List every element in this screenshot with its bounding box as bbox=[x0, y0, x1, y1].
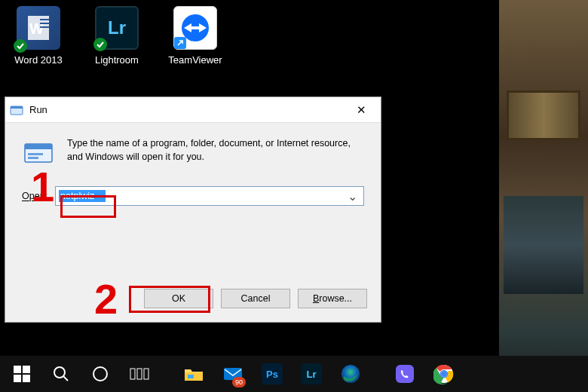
svg-rect-4 bbox=[40, 26, 49, 28]
run-title: Run bbox=[29, 104, 346, 115]
viber-icon bbox=[394, 363, 415, 384]
taskbar-chrome[interactable] bbox=[425, 356, 463, 392]
sync-check-icon bbox=[93, 38, 107, 51]
close-button[interactable]: ✕ bbox=[346, 100, 376, 120]
folder-icon bbox=[183, 365, 204, 383]
run-description: Type the name of a program, folder, docu… bbox=[67, 136, 364, 170]
svg-rect-6 bbox=[191, 26, 200, 29]
shortcut-arrow-icon bbox=[174, 37, 186, 49]
run-titlebar[interactable]: Run ✕ bbox=[5, 97, 381, 123]
desktop-icon-teamviewer[interactable]: TeamViewer bbox=[161, 6, 229, 66]
svg-rect-8 bbox=[11, 106, 23, 109]
taskbar-edge[interactable] bbox=[332, 356, 369, 392]
svg-rect-3 bbox=[40, 23, 49, 24]
lightroom-icon: Lr bbox=[95, 6, 139, 50]
taskbar-mail[interactable]: 90 bbox=[214, 356, 252, 392]
taskbar-file-explorer[interactable] bbox=[175, 356, 213, 392]
search-icon bbox=[52, 365, 70, 383]
svg-rect-2 bbox=[40, 19, 49, 20]
mail-badge: 90 bbox=[232, 377, 246, 387]
svg-rect-22 bbox=[144, 369, 149, 379]
desktop-icons-area: W Word 2013 Lr Lightroom TeamViewer bbox=[5, 6, 229, 66]
desktop-wallpaper-strip bbox=[498, 0, 588, 392]
desktop-icon-word[interactable]: W Word 2013 bbox=[5, 6, 72, 66]
svg-rect-14 bbox=[23, 366, 30, 373]
annotation-box-input bbox=[60, 195, 116, 218]
browse-button[interactable]: Browse... bbox=[298, 289, 367, 308]
annotation-step-2: 2 bbox=[94, 274, 118, 323]
sync-check-icon bbox=[14, 39, 27, 53]
run-title-icon bbox=[10, 103, 23, 117]
svg-rect-15 bbox=[14, 375, 21, 382]
svg-rect-16 bbox=[23, 375, 30, 382]
svg-rect-13 bbox=[14, 366, 21, 373]
taskbar-photoshop[interactable]: Ps bbox=[253, 356, 291, 392]
svg-point-17 bbox=[54, 367, 65, 378]
cortana-button[interactable] bbox=[81, 356, 119, 392]
chevron-down-icon[interactable]: ⌄ bbox=[345, 189, 360, 204]
svg-point-31 bbox=[441, 371, 447, 377]
start-button[interactable] bbox=[3, 356, 41, 392]
svg-rect-11 bbox=[28, 153, 43, 155]
chrome-icon bbox=[433, 363, 455, 384]
run-body: Type the name of a program, folder, docu… bbox=[5, 123, 381, 215]
svg-rect-12 bbox=[28, 157, 38, 159]
taskbar-viber[interactable] bbox=[386, 356, 424, 392]
cortana-icon bbox=[91, 365, 109, 383]
cancel-button[interactable]: Cancel bbox=[221, 289, 290, 308]
annotation-box-ok bbox=[129, 286, 210, 313]
taskbar: 90 Ps Lr bbox=[0, 356, 588, 392]
run-dialog: Run ✕ Type the name of a program, folder… bbox=[5, 96, 381, 323]
task-view-button[interactable] bbox=[121, 356, 158, 392]
search-button[interactable] bbox=[42, 356, 80, 392]
word-icon: W bbox=[17, 6, 60, 50]
desktop-icon-label: TeamViewer bbox=[168, 54, 222, 66]
annotation-step-1: 1 bbox=[31, 162, 54, 211]
close-icon: ✕ bbox=[357, 103, 366, 117]
svg-rect-21 bbox=[137, 369, 142, 379]
desktop-icon-lightroom[interactable]: Lr Lightroom bbox=[83, 6, 151, 66]
lightroom-icon: Lr bbox=[301, 363, 322, 384]
task-view-icon bbox=[130, 366, 149, 381]
svg-point-19 bbox=[93, 367, 107, 381]
svg-rect-10 bbox=[25, 144, 52, 149]
svg-rect-20 bbox=[130, 369, 135, 379]
svg-rect-27 bbox=[396, 365, 414, 383]
teamviewer-icon bbox=[173, 6, 217, 50]
desktop-icon-label: Word 2013 bbox=[14, 54, 62, 66]
windows-icon bbox=[14, 366, 30, 382]
taskbar-lightroom[interactable]: Lr bbox=[292, 356, 330, 392]
svg-rect-24 bbox=[188, 375, 194, 378]
photoshop-icon: Ps bbox=[262, 363, 283, 384]
svg-line-18 bbox=[63, 376, 68, 381]
desktop-icon-label: Lightroom bbox=[95, 54, 139, 66]
edge-icon bbox=[340, 363, 361, 384]
